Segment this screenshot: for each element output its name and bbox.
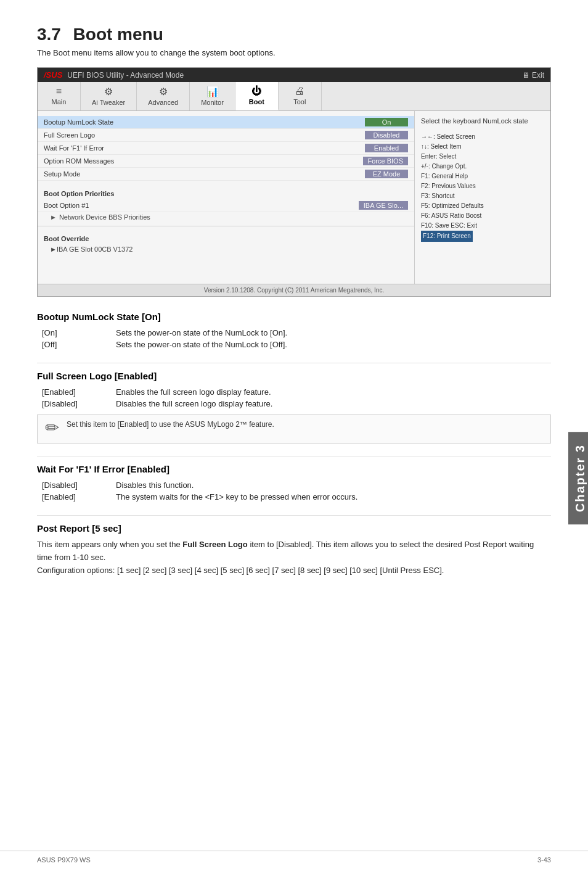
table-row: [Enabled] Enables the full screen logo d… [37, 386, 551, 398]
doc-waitf1-heading: Wait For 'F1' If Error [Enabled] [37, 464, 551, 474]
bios-key-hints: →←: Select Screen ↑↓: Select Item Enter:… [421, 132, 544, 242]
boot-override-item[interactable]: ► IBA GE Slot 00CB V1372 [38, 244, 414, 254]
bios-footer: Version 2.10.1208. Copyright (C) 2011 Am… [38, 284, 550, 296]
section-number: 3.7 [37, 25, 61, 44]
bios-row-waitf1[interactable]: Wait For 'F1' If Error Enabled [38, 142, 414, 155]
table-row: [Enabled] The system waits for the <F1> … [37, 491, 551, 503]
doc-postreport: Post Report [5 sec] This item appears on… [37, 523, 551, 577]
bold-phrase: Full Screen Logo [182, 540, 247, 549]
asus-logo: /SUS [44, 70, 62, 80]
section-subtitle: The Boot menu items allow you to change … [37, 48, 551, 57]
table-row: [Disabled] Disables the full screen logo… [37, 398, 551, 410]
bios-titlebar: /SUS UEFI BIOS Utility - Advanced Mode 🖥… [38, 68, 550, 82]
tool-icon: 🖨 [295, 86, 304, 97]
bios-row-fullscreen[interactable]: Full Screen Logo Disabled [38, 129, 414, 142]
doc-fullscreen-table: [Enabled] Enables the full screen logo d… [37, 386, 551, 410]
doc-numlock-table: [On] Sets the power-on state of the NumL… [37, 327, 551, 350]
boot-options-header: Boot Option Priorities [38, 188, 414, 199]
monitor-icon: 🖥 [522, 71, 529, 80]
bios-right-panel: Select the keyboard NumLock state →←: Se… [415, 111, 550, 284]
doc-postreport-heading: Post Report [5 sec] [37, 523, 551, 534]
nav-monitor[interactable]: 📊 Monitor [190, 82, 235, 110]
bios-hint-text: Select the keyboard NumLock state [421, 117, 544, 125]
bios-left-panel: Bootup NumLock State On Full Screen Logo… [38, 111, 415, 284]
doc-numlock-heading: Bootup NumLock State [On] [37, 311, 551, 322]
bios-content: Bootup NumLock State On Full Screen Logo… [38, 111, 550, 284]
advanced-icon: ⚙ [159, 86, 168, 97]
table-row: [Off] Sets the power-on state of the Num… [37, 339, 551, 350]
nav-main[interactable]: ≡ Main [38, 82, 81, 110]
boot-icon: ⏻ [251, 86, 261, 97]
bios-screenshot: /SUS UEFI BIOS Utility - Advanced Mode 🖥… [37, 67, 551, 297]
bios-row-numlock[interactable]: Bootup NumLock State On [38, 116, 414, 129]
monitor-nav-icon: 📊 [206, 86, 219, 97]
nav-aitweaker[interactable]: ⚙ Ai Tweaker [81, 82, 137, 110]
network-bbs-item[interactable]: ► Network Device BBS Priorities [38, 212, 414, 222]
nav-tool[interactable]: 🖨 Tool [279, 82, 322, 110]
bios-exit[interactable]: 🖥 Exit [522, 71, 544, 80]
divider-3 [37, 515, 551, 516]
override-arrow-icon: ► [50, 245, 57, 253]
note-text: Set this item to [Enabled] to use the AS… [67, 420, 274, 429]
divider-1 [37, 363, 551, 363]
footer-left: ASUS P9X79 WS [37, 856, 91, 864]
chapter-tab: Chapter 3 [568, 432, 588, 524]
doc-numlock: Bootup NumLock State [On] [On] Sets the … [37, 311, 551, 350]
arrow-icon: ► [50, 213, 57, 221]
bios-row-bootoption1[interactable]: Boot Option #1 IBA GE Slo... [38, 199, 414, 212]
main-icon: ≡ [56, 86, 62, 97]
note-icon: ✏ [45, 418, 59, 438]
divider-2 [37, 456, 551, 456]
bios-row-setupmode[interactable]: Setup Mode EZ Mode [38, 168, 414, 181]
nav-boot[interactable]: ⏻ Boot [235, 82, 279, 110]
bios-title: UEFI BIOS Utility - Advanced Mode [67, 71, 184, 80]
footer-right: 3-43 [537, 856, 551, 864]
page-footer: ASUS P9X79 WS 3-43 [0, 851, 588, 868]
doc-waitf1: Wait For 'F1' If Error [Enabled] [Disabl… [37, 464, 551, 503]
doc-waitf1-table: [Disabled] Disables this function. [Enab… [37, 479, 551, 503]
doc-fullscreen: Full Screen Logo [Enabled] [Enabled] Ena… [37, 371, 551, 444]
table-row: [Disabled] Disables this function. [37, 479, 551, 491]
section-title: Boot menu [73, 25, 163, 44]
tweaker-icon: ⚙ [104, 86, 113, 97]
nav-advanced[interactable]: ⚙ Advanced [137, 82, 190, 110]
doc-fullscreen-heading: Full Screen Logo [Enabled] [37, 371, 551, 381]
bios-row-optionrom[interactable]: Option ROM Messages Force BIOS [38, 155, 414, 168]
bios-navbar: ≡ Main ⚙ Ai Tweaker ⚙ Advanced 📊 Monitor… [38, 82, 550, 111]
table-row: [On] Sets the power-on state of the NumL… [37, 327, 551, 339]
doc-postreport-body: This item appears only when you set the … [37, 538, 551, 577]
boot-override-header: Boot Override [38, 233, 414, 244]
note-box: ✏ Set this item to [Enabled] to use the … [37, 415, 551, 444]
